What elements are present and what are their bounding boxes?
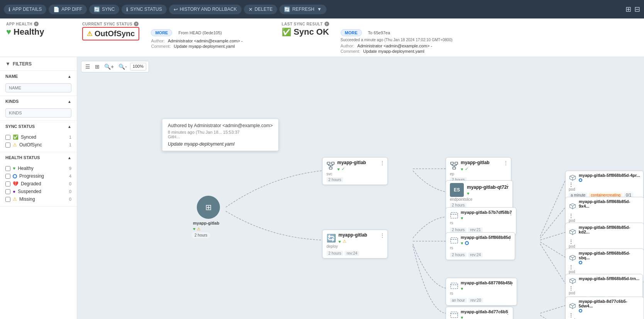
kinds-filter-input[interactable] bbox=[5, 108, 71, 118]
last-sync-info-icon[interactable]: ? bbox=[325, 22, 329, 26]
info-icon: ℹ bbox=[8, 7, 10, 12]
rs4-menu-button[interactable]: ⋮ bbox=[505, 309, 510, 316]
zoom-in-button[interactable]: 🔍+ bbox=[103, 63, 115, 71]
current-sync-info-icon[interactable]: ? bbox=[134, 22, 139, 26]
svc-time-badge: 2 hours bbox=[326, 177, 343, 182]
svc-node[interactable]: myapp-gitlab ♥ ✓ ⋮ svc 2 hours bbox=[322, 157, 388, 185]
suspended-checkbox[interactable] bbox=[5, 189, 10, 194]
filter-health-header[interactable]: HEALTH STATUS ▲ bbox=[0, 152, 77, 163]
sync-status-button[interactable]: ℹ SYNC STATUS bbox=[122, 5, 166, 14]
rs3-time-badge: an hour bbox=[450, 298, 467, 303]
app-diff-button[interactable]: 📄 APP DIFF bbox=[49, 5, 87, 14]
name-collapse-icon: ▲ bbox=[68, 74, 71, 79]
rs3-node[interactable]: myapp-gitlab-687786b45b ♥ ⋮ rs an hour r… bbox=[446, 278, 517, 306]
synced-checkbox[interactable] bbox=[5, 135, 10, 140]
rs1-node[interactable]: myapp-gitlab-57b7df58b7 ♥ ⋮ rs 2 hours r… bbox=[446, 207, 516, 235]
filter-kinds-header[interactable]: KINDS ▲ bbox=[0, 96, 77, 107]
filter-icon: ▼ bbox=[5, 61, 10, 67]
pod2-type: pod bbox=[569, 218, 641, 223]
pod4-type: pod bbox=[569, 270, 641, 274]
tree-view-button[interactable]: ⊞ bbox=[93, 63, 101, 71]
filter-item-missing[interactable]: ⚠ Missing 0 bbox=[5, 195, 71, 203]
list-view-button[interactable]: ☰ bbox=[84, 63, 92, 71]
svg-rect-0 bbox=[327, 162, 330, 165]
progressing-checkbox[interactable] bbox=[5, 174, 10, 179]
app-health-info-icon[interactable]: ? bbox=[34, 22, 39, 26]
healthy-icon: ♥ bbox=[13, 166, 15, 171]
deploy-time-badge: 2 hours bbox=[326, 251, 343, 256]
last-sync-time: Succeeded a minute ago (Thu Jan 18 2024 … bbox=[341, 38, 453, 42]
pod2-menu-button[interactable]: ⋮ bbox=[569, 213, 641, 218]
es-node[interactable]: ES myapp-gitlab-qt72r ♥ ⋮ endpointslice … bbox=[446, 180, 513, 210]
rs3-menu-button[interactable]: ⋮ bbox=[509, 280, 514, 287]
zoom-out-button[interactable]: 🔍- bbox=[117, 63, 128, 71]
synced-count: 1 bbox=[69, 135, 71, 139]
es-menu-button[interactable]: ⋮ bbox=[505, 183, 510, 189]
es-badge: ES bbox=[450, 183, 464, 197]
sync-button[interactable]: 🔄 SYNC bbox=[89, 5, 119, 14]
sync-details-section: MORE From HEAD (0ede105) Author: Adminis… bbox=[151, 29, 242, 49]
root-node-time: 2 hours bbox=[191, 232, 210, 238]
grid-icon[interactable]: ⊟ bbox=[634, 5, 640, 13]
app-details-button[interactable]: ℹ APP DETAILS bbox=[4, 5, 46, 14]
last-sync-more-button[interactable]: MORE bbox=[341, 29, 362, 36]
degraded-checkbox[interactable] bbox=[5, 181, 10, 186]
filter-name-header[interactable]: NAME ▲ bbox=[0, 71, 77, 82]
rs2-node[interactable]: myapp-gitlab-5ff868b85d ♥ ⋮ rs 2 hours r… bbox=[446, 232, 515, 260]
rs2-rev-badge: rev:24 bbox=[468, 252, 483, 257]
sync-more-button[interactable]: MORE bbox=[151, 29, 172, 36]
filter-item-outofsync[interactable]: ⚠ OutOfSync 1 bbox=[5, 141, 71, 149]
pod3-title: myapp-gitlab-5ff868b85d-kd2... bbox=[579, 225, 641, 234]
toolbar: ℹ APP DETAILS 📄 APP DIFF 🔄 SYNC ℹ SYNC S… bbox=[0, 0, 644, 18]
filter-health-section: HEALTH STATUS ▲ ♥ Healthy 9 Progressing … bbox=[0, 152, 77, 207]
missing-count: 0 bbox=[69, 197, 71, 201]
es-type: endpointslice bbox=[450, 197, 509, 201]
svc-menu-button[interactable]: ⋮ bbox=[380, 160, 385, 166]
pod5-menu-button[interactable]: ⋮ bbox=[569, 285, 639, 291]
rs2-menu-button[interactable]: ⋮ bbox=[507, 235, 512, 241]
history-rollback-button[interactable]: ↩ HISTORY AND ROLLBACK bbox=[169, 5, 242, 14]
deploy-type: deploy bbox=[326, 244, 384, 248]
health-filter-items: ♥ Healthy 9 Progressing 4 💔 Degraded 0 bbox=[0, 163, 77, 206]
pod6-menu-button[interactable]: ⋮ bbox=[569, 312, 641, 318]
ep-node-title: myapp-gitlab bbox=[461, 160, 490, 165]
root-node[interactable]: ⊞ bbox=[197, 196, 220, 219]
pod1-node[interactable]: myapp-gitlab-5ff868b85d-4pr... ⋮ pod a m… bbox=[565, 171, 644, 200]
pod3-menu-button[interactable]: ⋮ bbox=[569, 239, 641, 244]
svg-rect-2 bbox=[329, 167, 332, 170]
rs1-menu-button[interactable]: ⋮ bbox=[508, 210, 514, 216]
refresh-button[interactable]: 🔄 REFRESH ▼ bbox=[279, 5, 326, 14]
pod1-menu-button[interactable]: ⋮ bbox=[569, 182, 640, 187]
commit-popup-line2: 8 minutes ago (Thu Jan 18... 15:53:37 bbox=[168, 130, 273, 134]
rs4-node[interactable]: myapp-gitlab-8d77c6b5 ♥ ⋮ rs an hour rev… bbox=[446, 307, 513, 319]
name-filter-input[interactable] bbox=[5, 83, 71, 92]
ep-menu-button[interactable]: ⋮ bbox=[503, 160, 509, 166]
healthy-checkbox[interactable] bbox=[5, 166, 10, 171]
filter-item-suspended[interactable]: ● Suspended 0 bbox=[5, 188, 71, 195]
pod4-status-icon bbox=[579, 261, 582, 264]
pod6-node[interactable]: myapp-gitlab-8d77c6b5-5dw4... ⋮ pod 5 mi… bbox=[565, 297, 644, 319]
sync-status-icon: ℹ bbox=[126, 7, 128, 12]
outofsync-checkbox[interactable] bbox=[5, 143, 10, 148]
pod2-cube-icon bbox=[569, 202, 576, 210]
warning-icon: ⚠ bbox=[87, 30, 92, 37]
svg-rect-16 bbox=[451, 237, 458, 243]
filter-sync-section: SYNC STATUS ▲ ✅ Synced 1 ⚠ OutOfSync 1 bbox=[0, 121, 77, 152]
delete-button[interactable]: ✕ DELETE bbox=[244, 5, 277, 14]
deploy-node[interactable]: 🔄 myapp-gitlab ♥ ⚠ ⋮ deploy 2 hours rev:… bbox=[322, 230, 388, 259]
ep-check-icon: ✓ bbox=[465, 166, 468, 171]
filter-item-healthy[interactable]: ♥ Healthy 9 bbox=[5, 165, 71, 172]
ep-heart-icon: ♥ bbox=[461, 167, 463, 171]
pod4-menu-button[interactable]: ⋮ bbox=[569, 264, 641, 270]
filter-item-synced[interactable]: ✅ Synced 1 bbox=[5, 133, 71, 141]
deploy-menu-button[interactable]: ⋮ bbox=[380, 232, 385, 238]
rs1-rev-badge: rev:21 bbox=[468, 227, 483, 232]
filter-sync-header[interactable]: SYNC STATUS ▲ bbox=[0, 121, 77, 132]
filter-item-degraded[interactable]: 💔 Degraded 0 bbox=[5, 180, 71, 188]
filter-item-progressing[interactable]: Progressing 4 bbox=[5, 172, 71, 180]
filter-kinds-section: KINDS ▲ bbox=[0, 96, 77, 121]
network-diagram-icon[interactable]: ⊞ bbox=[625, 5, 631, 13]
missing-checkbox[interactable] bbox=[5, 197, 10, 202]
missing-label: Missing bbox=[19, 196, 67, 202]
root-warning-icon: ⚠ bbox=[197, 227, 201, 232]
